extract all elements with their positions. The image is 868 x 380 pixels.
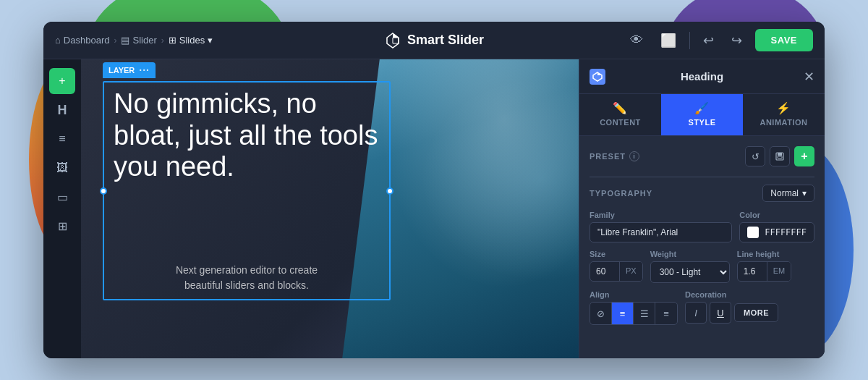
responsive-btn[interactable]: ⬜ [656, 30, 681, 51]
italic-btn[interactable]: I [685, 302, 707, 324]
family-input[interactable] [590, 222, 732, 242]
app-logo: Smart Slider [384, 32, 484, 49]
app-container: ⌂ Dashboard › ▤ Slider › ⊞ Slides ▾ Smar… [43, 22, 825, 358]
text-lines-icon: ≡ [59, 132, 65, 145]
undo-btn[interactable]: ↩ [699, 30, 718, 51]
logo-text: Smart Slider [407, 33, 484, 48]
breadcrumb-sep-1: › [114, 35, 116, 46]
slide-subtext: Next generation editor to createbeautifu… [117, 263, 376, 293]
weight-label: Weight [650, 250, 730, 258]
heading-icon: H [58, 103, 67, 118]
family-color-row: Family Color FFFFFFFF [590, 211, 814, 242]
content-tab-label: CONTENT [600, 118, 641, 127]
preset-actions: ↺ + [745, 146, 814, 166]
panel-header: Heading ✕ [579, 59, 825, 94]
panel-close-btn[interactable]: ✕ [804, 69, 814, 85]
size-group: Size PX [590, 250, 643, 283]
tab-content[interactable]: ✏️ CONTENT [579, 94, 661, 135]
size-unit: PX [619, 262, 642, 281]
lineheight-input[interactable] [738, 262, 767, 281]
lineheight-group: Line height EM [737, 250, 792, 283]
sidebar-heading-btn[interactable]: H [49, 97, 75, 123]
preview-btn[interactable]: 👁 [626, 30, 647, 51]
slide-canvas: LAYER ··· No gimmicks, no bloat, just al… [81, 59, 579, 358]
size-input[interactable] [590, 262, 619, 281]
logo-icon [384, 32, 401, 49]
sidebar-box-btn[interactable]: ▭ [49, 184, 75, 210]
align-left-btn[interactable]: ≡ [612, 303, 634, 324]
breadcrumb: ⌂ Dashboard › ▤ Slider › ⊞ Slides ▾ [55, 35, 213, 46]
align-label: Align [590, 290, 678, 299]
align-buttons: ⊘ ≡ ☰ ≡ [590, 302, 678, 325]
preset-row: PRESET i ↺ [590, 146, 814, 166]
canvas-area[interactable]: LAYER ··· No gimmicks, no bloat, just al… [81, 59, 579, 358]
content-tab-icon: ✏️ [613, 101, 628, 115]
topbar-divider [689, 32, 690, 49]
save-icon [775, 151, 785, 161]
left-sidebar: + H ≡ 🖼 ▭ ⊞ [43, 59, 81, 358]
slide-heading: No gimmicks, no bloat, just all the tool… [114, 88, 387, 183]
style-tab-label: STYLE [689, 118, 716, 127]
top-bar-right: 👁 ⬜ ↩ ↪ SAVE [626, 29, 813, 51]
preset-info-icon[interactable]: i [629, 151, 639, 161]
underline-btn[interactable]: U [710, 302, 731, 324]
handle-right[interactable] [386, 187, 393, 195]
image-icon: 🖼 [56, 161, 68, 174]
sidebar-text-btn[interactable]: ≡ [49, 126, 75, 152]
align-decoration-row: Align ⊘ ≡ ☰ ≡ Decoration I [590, 290, 814, 325]
slides-icon: ⊞ [169, 35, 176, 46]
typography-label: TYPOGRAPHY [590, 189, 652, 198]
color-picker-btn[interactable]: FFFFFFFF [739, 222, 814, 242]
underline-icon: U [717, 308, 723, 318]
redo-btn[interactable]: ↪ [727, 30, 746, 51]
size-input-group: PX [590, 261, 643, 282]
layer-label: LAYER ··· [103, 62, 156, 78]
more-btn[interactable]: MORE [734, 303, 778, 322]
box-icon: ▭ [57, 190, 68, 204]
decoration-buttons: I U MORE [685, 302, 778, 324]
sidebar-image-btn[interactable]: 🖼 [49, 155, 75, 181]
preset-label: PRESET i [590, 151, 639, 161]
typography-section-header: TYPOGRAPHY Normal ▾ [590, 185, 814, 202]
align-right-btn[interactable]: ≡ [655, 303, 677, 324]
svg-rect-3 [778, 153, 782, 156]
color-swatch [747, 227, 759, 238]
save-button[interactable]: SAVE [755, 29, 813, 51]
color-value: FFFFFFFF [765, 227, 807, 237]
sidebar-add-btn[interactable]: + [49, 68, 75, 94]
align-block-btn[interactable]: ⊘ [590, 303, 612, 324]
slider-icon: ▤ [121, 35, 129, 46]
align-center-btn[interactable]: ☰ [634, 303, 655, 324]
animation-tab-icon: ⚡ [776, 101, 791, 115]
color-label: Color [739, 211, 814, 219]
breadcrumb-slides[interactable]: ⊞ Slides ▾ [169, 35, 213, 46]
svg-rect-4 [778, 156, 782, 159]
panel-logo-icon [590, 69, 605, 85]
animation-tab-label: ANIMATION [760, 118, 807, 127]
weight-group: Weight 300 - Light 100 - Thin 400 - Norm… [650, 250, 730, 283]
chevron-down-icon: ▾ [208, 35, 213, 46]
plus-icon: + [59, 75, 65, 88]
tab-style[interactable]: 🖌️ STYLE [661, 94, 743, 135]
align-group: Align ⊘ ≡ ☰ ≡ [590, 290, 678, 325]
family-group: Family [590, 211, 732, 242]
preset-reset-btn[interactable]: ↺ [745, 146, 765, 166]
breadcrumb-dashboard[interactable]: ⌂ Dashboard [55, 35, 109, 46]
size-weight-row: Size PX Weight 300 - Light 100 - Thin 40… [590, 250, 814, 283]
divider-1 [590, 177, 814, 177]
breadcrumb-slider[interactable]: ▤ Slider [121, 35, 156, 46]
sidebar-grid-btn[interactable]: ⊞ [49, 213, 75, 239]
lineheight-unit: EM [767, 262, 791, 281]
preset-save-btn[interactable] [770, 146, 790, 166]
color-group: Color FFFFFFFF [739, 211, 814, 242]
tab-animation[interactable]: ⚡ ANIMATION [743, 94, 825, 135]
right-panel: Heading ✕ ✏️ CONTENT 🖌️ STYLE ⚡ ANIMATIO… [579, 59, 825, 358]
lineheight-label: Line height [737, 250, 792, 258]
layer-more-btn[interactable]: ··· [139, 64, 150, 76]
weight-select[interactable]: 300 - Light 100 - Thin 400 - Normal 700 … [650, 261, 730, 283]
decoration-group: Decoration I U MORE [685, 290, 778, 324]
preset-add-btn[interactable]: + [794, 146, 814, 166]
style-tab-icon: 🖌️ [694, 101, 710, 115]
handle-left[interactable] [100, 187, 107, 195]
typography-state-dropdown[interactable]: Normal ▾ [762, 185, 814, 202]
